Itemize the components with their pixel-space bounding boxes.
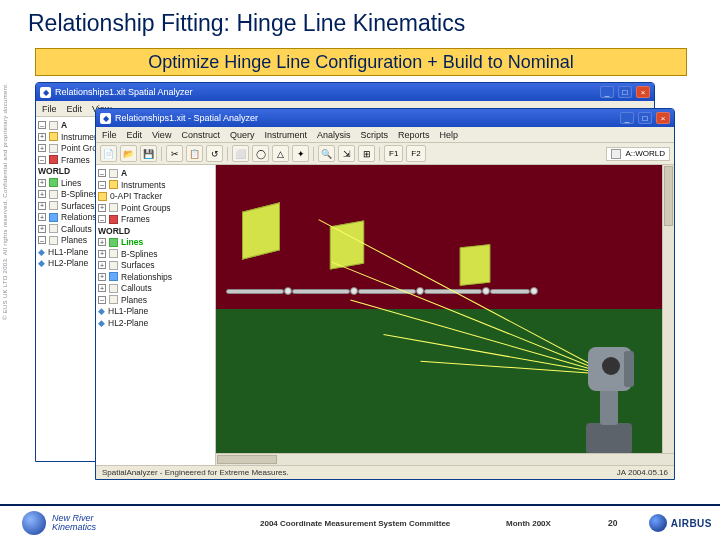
tree-item[interactable]: A [61, 120, 67, 130]
app-icon: ◆ [100, 113, 111, 124]
minimize-button[interactable]: _ [620, 112, 634, 124]
expand-icon[interactable]: + [98, 204, 106, 212]
tree-item[interactable]: Surfaces [61, 201, 95, 211]
coord-frame-selector[interactable]: A::WORLD [606, 147, 670, 161]
close-button[interactable]: × [656, 112, 670, 124]
toolbar-button[interactable]: ⬜ [232, 145, 249, 162]
expand-icon[interactable]: + [98, 273, 106, 281]
coord-label: A::WORLD [625, 149, 665, 158]
tree-item[interactable]: Callouts [61, 224, 92, 234]
toolbar-button[interactable]: F2 [406, 145, 425, 162]
node-icon [49, 201, 58, 210]
airbus-logo: AIRBUS [649, 514, 712, 532]
expand-icon[interactable]: + [38, 190, 46, 198]
menu-item[interactable]: Query [230, 130, 255, 140]
tree-item[interactable]: Frames [121, 214, 150, 224]
menu-item[interactable]: View [152, 130, 171, 140]
expand-icon[interactable]: + [98, 238, 106, 246]
menu-item[interactable]: Scripts [360, 130, 388, 140]
maximize-button[interactable]: □ [638, 112, 652, 124]
tree-item[interactable]: Lines [61, 178, 81, 188]
tree-item[interactable]: Point Groups [121, 203, 171, 213]
tree-item[interactable]: Callouts [121, 283, 152, 293]
tree-item[interactable]: A [121, 168, 127, 178]
expand-icon[interactable]: + [38, 133, 46, 141]
expand-icon[interactable]: – [98, 181, 106, 189]
menu-item[interactable]: Reports [398, 130, 430, 140]
menu-item[interactable]: Edit [67, 104, 83, 114]
expand-icon[interactable]: + [98, 250, 106, 258]
tree-itemињ[interactable]: HL2-Plane [108, 318, 148, 328]
node-icon [109, 284, 118, 293]
menu-item[interactable]: Edit [127, 130, 143, 140]
tree-item[interactable]: HL1-Plane [108, 306, 148, 316]
wing-panel [460, 244, 490, 286]
maximize-button[interactable]: □ [618, 86, 632, 98]
tree-front[interactable]: –A –Instruments 0-API Tracker +Point Gro… [96, 165, 216, 465]
toolbar-button[interactable]: ✦ [292, 145, 309, 162]
toolbar-button[interactable]: ↺ [206, 145, 223, 162]
toolbar-button[interactable]: 🔍 [318, 145, 335, 162]
tree-item[interactable]: Instruments [121, 180, 165, 190]
tree-item[interactable]: WORLD [38, 166, 70, 176]
expand-icon[interactable]: + [98, 284, 106, 292]
tree-item[interactable]: Planes [121, 295, 147, 305]
expand-icon[interactable]: – [38, 236, 46, 244]
expand-icon[interactable]: + [38, 225, 46, 233]
toolbar-button[interactable]: F1 [384, 145, 403, 162]
titlebar-back: ◆ Relationships1.xit Spatial Analyzer _ … [36, 83, 654, 101]
expand-icon[interactable]: + [98, 261, 106, 269]
toolbar-button[interactable]: 💾 [140, 145, 157, 162]
tree-item[interactable]: Planes [61, 235, 87, 245]
tree-item[interactable]: HL2-Plane [48, 258, 88, 268]
toolbar-button[interactable]: ✂ [166, 145, 183, 162]
node-icon [49, 213, 58, 222]
menu-item[interactable]: Construct [181, 130, 220, 140]
tree-item[interactable]: WORLD [98, 226, 130, 236]
menu-item[interactable]: File [102, 130, 117, 140]
expand-icon[interactable]: + [38, 213, 46, 221]
tree-item[interactable]: Lines [121, 237, 143, 247]
close-button[interactable]: × [636, 86, 650, 98]
toolbar-sep [161, 147, 162, 161]
tree-item[interactable]: HL1-Plane [48, 247, 88, 257]
toolbar-button[interactable]: ⊞ [358, 145, 375, 162]
menu-item[interactable]: Instrument [264, 130, 307, 140]
expand-icon[interactable]: – [38, 121, 46, 129]
viewport-3d[interactable] [216, 165, 674, 465]
expand-icon[interactable]: – [38, 156, 46, 164]
node-icon [109, 215, 118, 224]
app-icon: ◆ [40, 87, 51, 98]
node-icon [49, 236, 58, 245]
airbus-ball-icon [649, 514, 667, 532]
expand-icon[interactable]: – [98, 215, 106, 223]
toolbar-button[interactable]: 📂 [120, 145, 137, 162]
tree-item[interactable]: B-Splines [121, 249, 157, 259]
copyright-vertical: © EUS UK LTD 2003. All rights reserved. … [2, 83, 8, 320]
menu-item[interactable]: File [42, 104, 57, 114]
toolbar-button[interactable]: ◯ [252, 145, 269, 162]
toolbar-button[interactable]: △ [272, 145, 289, 162]
tree-item[interactable]: 0-API Tracker [110, 191, 162, 201]
expand-icon[interactable]: + [38, 202, 46, 210]
tree-item[interactable]: B-Splines [61, 189, 97, 199]
menu-item[interactable]: Help [440, 130, 459, 140]
node-icon [49, 121, 58, 130]
menubar-front: File Edit View Construct Query Instrumen… [96, 127, 674, 143]
toolbar-button[interactable]: 📄 [100, 145, 117, 162]
expand-icon[interactable]: – [98, 296, 106, 304]
scrollbar-horizontal[interactable] [216, 453, 674, 465]
expand-icon[interactable]: – [98, 169, 106, 177]
expand-icon[interactable]: + [38, 144, 46, 152]
menu-item[interactable]: Analysis [317, 130, 351, 140]
toolbar-button[interactable]: 📋 [186, 145, 203, 162]
tree-item[interactable]: Frames [61, 155, 90, 165]
minimize-button[interactable]: _ [600, 86, 614, 98]
nrk-badge-icon [22, 511, 46, 535]
toolbar-button[interactable]: ⇲ [338, 145, 355, 162]
scrollbar-vertical[interactable] [662, 165, 674, 453]
tree-item[interactable]: Relationships [121, 272, 172, 282]
expand-icon[interactable]: + [38, 179, 46, 187]
tree-item[interactable]: Surfaces [121, 260, 155, 270]
footer-page: 20 [608, 518, 617, 528]
